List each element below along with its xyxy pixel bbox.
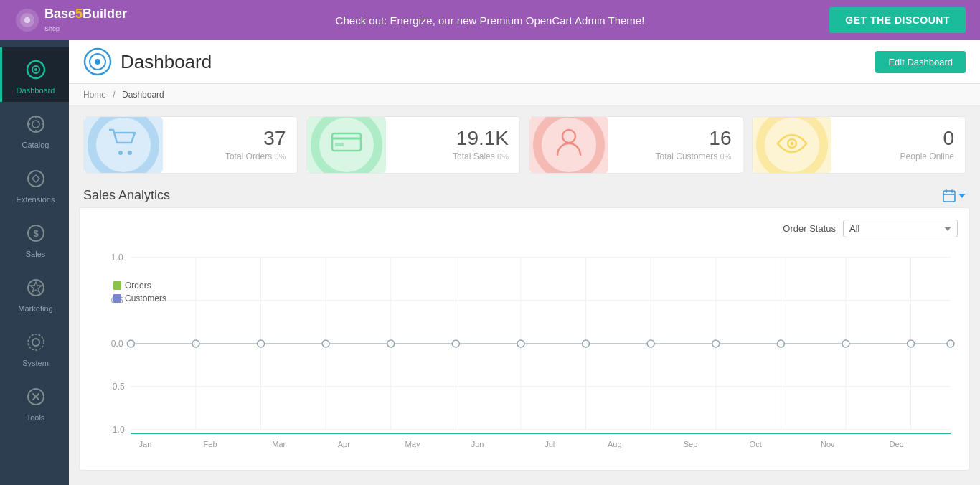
sidebar-label-dashboard: Dashboard bbox=[17, 86, 55, 95]
svg-point-69 bbox=[777, 340, 784, 347]
main-layout: Dashboard Catalog bbox=[0, 40, 980, 485]
legend-orders-color bbox=[113, 281, 121, 290]
svg-marker-16 bbox=[30, 282, 42, 292]
credit-card-icon bbox=[331, 130, 362, 160]
sidebar-item-catalog[interactable]: Catalog bbox=[0, 102, 69, 156]
stat-label-sales: Total Sales 0% bbox=[390, 151, 509, 161]
chart-controls: Order Status All Pending Processing Ship… bbox=[91, 220, 958, 237]
svg-text:Dec: Dec bbox=[890, 440, 904, 448]
top-banner: Base5Builder Shop Check out: Energize, o… bbox=[0, 0, 980, 40]
svg-point-18 bbox=[28, 334, 44, 350]
stat-card-orders: 37 Total Orders 0% bbox=[83, 116, 298, 174]
stat-card-people: 0 People Online bbox=[752, 116, 966, 174]
breadcrumb-sep: / bbox=[113, 90, 115, 100]
stat-value-people: 0 bbox=[835, 128, 955, 149]
edit-dashboard-button[interactable]: Edit Dashboard bbox=[875, 51, 966, 73]
svg-point-7 bbox=[32, 121, 39, 128]
calendar-icon bbox=[943, 189, 956, 202]
stat-card-sales: 19.1K Total Sales 0% bbox=[306, 116, 521, 174]
svg-point-61 bbox=[258, 340, 265, 347]
sidebar-label-tools: Tools bbox=[27, 413, 45, 422]
logo: Base5Builder Shop bbox=[14, 7, 127, 33]
bottom-section-sales: Sales bbox=[79, 481, 369, 485]
svg-text:Aug: Aug bbox=[608, 440, 622, 448]
svg-point-62 bbox=[322, 340, 329, 347]
sidebar-item-extensions[interactable]: Extensions bbox=[0, 156, 69, 211]
stat-label-orders: Total Orders 0% bbox=[166, 151, 286, 161]
svg-point-59 bbox=[127, 340, 134, 347]
chart-container: Order Status All Pending Processing Ship… bbox=[79, 207, 970, 471]
sales-analytics-section-header: Sales Analytics bbox=[69, 181, 980, 207]
stat-info-orders: 37 Total Orders 0% bbox=[163, 121, 297, 169]
chart-legend: Orders Customers bbox=[113, 281, 166, 303]
stat-info-sales: 19.1K Total Sales 0% bbox=[386, 121, 520, 169]
stat-card-customers: 16 Total Customers 0% bbox=[529, 116, 743, 174]
svg-point-30 bbox=[562, 130, 575, 143]
logo-icon bbox=[14, 7, 40, 33]
svg-point-25 bbox=[118, 151, 123, 155]
svg-text:-0.5: -0.5 bbox=[110, 382, 125, 392]
svg-point-60 bbox=[192, 340, 199, 347]
stat-icon-sales bbox=[307, 116, 386, 174]
svg-text:Sep: Sep bbox=[684, 440, 698, 448]
stat-value-orders: 37 bbox=[166, 128, 286, 149]
svg-text:1.0: 1.0 bbox=[111, 253, 123, 263]
bottom-section-title-today: Sales Analytics (Today) bbox=[380, 481, 670, 485]
stat-label-customers: Total Customers 0% bbox=[612, 151, 732, 161]
eye-icon bbox=[776, 130, 808, 160]
stat-value-customers: 16 bbox=[612, 128, 732, 149]
bottom-section-title-sales: Sales bbox=[79, 481, 369, 485]
sidebar-item-marketing[interactable]: Marketing bbox=[0, 265, 69, 320]
svg-text:Jun: Jun bbox=[471, 440, 484, 448]
discount-button[interactable]: GET THE DISCOUNT bbox=[829, 7, 966, 33]
svg-point-70 bbox=[842, 340, 849, 347]
svg-text:$: $ bbox=[33, 228, 39, 239]
content-area: Dashboard Edit Dashboard Home / Dashboar… bbox=[69, 40, 980, 485]
sidebar-label-marketing: Marketing bbox=[18, 304, 52, 313]
sidebar-label-extensions: Extensions bbox=[17, 195, 55, 204]
svg-point-64 bbox=[452, 340, 459, 347]
svg-point-32 bbox=[790, 142, 793, 146]
svg-point-24 bbox=[95, 59, 100, 65]
stats-row: 37 Total Orders 0% bbox=[69, 106, 980, 181]
breadcrumb-current: Dashboard bbox=[122, 90, 164, 100]
svg-point-63 bbox=[387, 340, 395, 347]
svg-point-67 bbox=[647, 340, 654, 347]
system-icon bbox=[24, 330, 48, 354]
catalog-icon bbox=[24, 112, 48, 136]
sidebar-item-sales[interactable]: $ Sales bbox=[0, 211, 69, 265]
page-title: Dashboard bbox=[121, 51, 212, 73]
legend-customers-color bbox=[113, 294, 121, 303]
svg-point-2 bbox=[24, 17, 30, 23]
tools-icon bbox=[24, 385, 48, 409]
legend-customers-label: Customers bbox=[125, 293, 166, 303]
cart-icon bbox=[108, 128, 138, 162]
calendar-button[interactable] bbox=[943, 189, 966, 202]
sales-icon: $ bbox=[24, 221, 48, 245]
sidebar-label-catalog: Catalog bbox=[22, 141, 50, 149]
svg-text:May: May bbox=[405, 440, 420, 448]
svg-text:-1.0: -1.0 bbox=[110, 425, 125, 435]
extensions-icon bbox=[24, 166, 48, 191]
sidebar-item-dashboard[interactable]: Dashboard bbox=[0, 47, 69, 102]
svg-point-26 bbox=[128, 151, 132, 155]
sales-analytics-title: Sales Analytics bbox=[83, 188, 170, 203]
svg-text:Jul: Jul bbox=[545, 440, 555, 448]
legend-customers: Customers bbox=[113, 293, 166, 303]
stat-icon-people bbox=[753, 116, 831, 174]
order-status-label: Order Status bbox=[783, 223, 836, 234]
sidebar-item-tools[interactable]: Tools bbox=[0, 375, 69, 429]
marketing-icon bbox=[24, 276, 48, 300]
svg-text:Feb: Feb bbox=[204, 440, 217, 448]
svg-point-72 bbox=[947, 340, 954, 347]
breadcrumb-home[interactable]: Home bbox=[83, 90, 106, 100]
stat-icon-customers bbox=[529, 116, 608, 174]
legend-orders: Orders bbox=[113, 281, 166, 291]
sidebar-item-system[interactable]: System bbox=[0, 320, 69, 375]
person-icon bbox=[556, 128, 582, 163]
legend-orders-label: Orders bbox=[125, 281, 151, 291]
svg-text:Nov: Nov bbox=[821, 440, 835, 448]
svg-point-17 bbox=[32, 339, 39, 346]
svg-text:Jan: Jan bbox=[139, 440, 152, 448]
order-status-select[interactable]: All Pending Processing Shipped Complete … bbox=[843, 220, 958, 237]
